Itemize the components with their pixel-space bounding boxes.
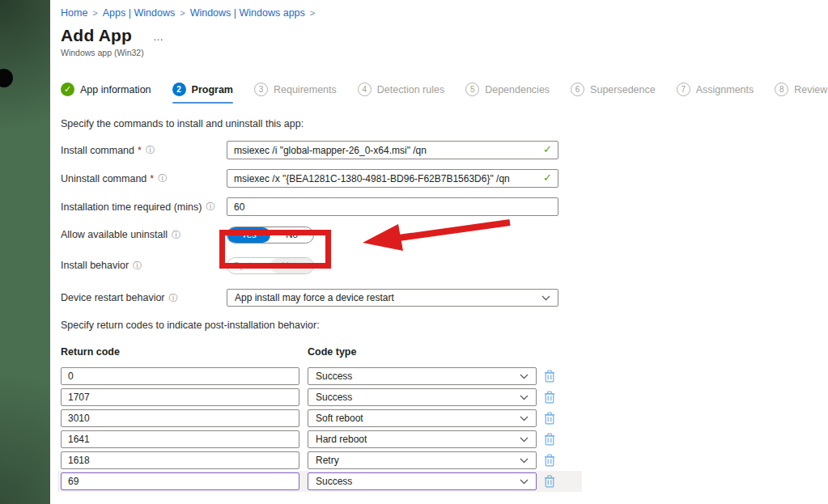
device-restart-label: Device restart behavior ⓘ (61, 292, 227, 304)
allow-uninstall-no[interactable]: No (270, 227, 313, 243)
delete-row-icon[interactable] (544, 391, 555, 404)
step-number: 4 (358, 83, 372, 96)
left-nav-strip (0, 0, 50, 504)
return-codes-intro-text: Specify return codes to indicate post-in… (61, 320, 828, 331)
chevron-down-icon (520, 458, 529, 464)
device-restart-row: Device restart behavior ⓘ App install ma… (61, 289, 828, 307)
step-supersedence[interactable]: 6 Supersedence (571, 83, 656, 96)
breadcrumb-separator: > (92, 8, 97, 18)
breadcrumb-apps-windows[interactable]: Apps | Windows (103, 7, 175, 19)
step-label: Requirements (274, 84, 337, 95)
uninstall-command-label: Uninstall command * ⓘ (61, 172, 227, 184)
return-code-input[interactable] (61, 409, 299, 427)
install-command-input[interactable] (227, 141, 558, 159)
valid-check-icon: ✓ (543, 143, 552, 155)
chevron-down-icon (520, 395, 529, 400)
delete-row-icon[interactable] (544, 412, 555, 425)
valid-check-icon: ✓ (543, 172, 552, 184)
chevron-down-icon (520, 416, 529, 421)
chevron-down-icon (520, 374, 529, 379)
delete-row-icon[interactable] (544, 433, 555, 446)
install-behavior-label: Install behavior ⓘ (61, 260, 227, 272)
required-asterisk: * (150, 173, 154, 184)
step-complete-check-icon: ✓ (61, 83, 74, 96)
install-behavior-user[interactable]: User (270, 258, 313, 273)
step-app-information[interactable]: ✓ App information (61, 83, 151, 96)
step-number: 2 (172, 83, 186, 96)
return-code-input[interactable] (61, 451, 299, 469)
step-review-create[interactable]: 8 Review + create (775, 83, 828, 96)
install-behavior-row: Install behavior ⓘ System User (61, 256, 828, 274)
return-code-input[interactable] (61, 367, 299, 385)
delete-row-icon[interactable] (544, 454, 555, 467)
info-icon[interactable]: ⓘ (206, 201, 214, 213)
return-code-input[interactable] (61, 388, 299, 406)
info-icon[interactable]: ⓘ (146, 144, 155, 156)
install-behavior-system[interactable]: System (227, 258, 270, 273)
return-code-row: Success (57, 387, 582, 408)
step-program[interactable]: 2 Program (172, 83, 233, 96)
chevron-down-icon (520, 479, 529, 485)
info-icon[interactable]: ⓘ (169, 292, 178, 304)
return-code-input[interactable] (61, 430, 299, 448)
breadcrumb: Home > Apps | Windows > Windows | Window… (61, 7, 828, 19)
return-codes-table: Success Success Soft reboot (61, 366, 828, 492)
allow-uninstall-row: Allow available uninstall ⓘ Yes No (61, 226, 828, 244)
step-requirements[interactable]: 3 Requirements (254, 83, 337, 96)
step-number: 3 (254, 83, 268, 96)
code-type-dropdown[interactable]: Success (308, 472, 537, 490)
chevron-down-icon (541, 295, 550, 301)
step-label: Review + create (794, 84, 828, 95)
step-assignments[interactable]: 7 Assignments (677, 83, 754, 96)
code-type-dropdown[interactable]: Success (308, 367, 537, 385)
return-code-row: Soft reboot (57, 408, 582, 429)
code-type-dropdown[interactable]: Retry (308, 451, 537, 469)
chevron-down-icon (520, 437, 529, 443)
info-icon[interactable]: ⓘ (158, 172, 167, 184)
step-dependencies[interactable]: 5 Dependencies (465, 83, 550, 96)
return-codes-headers: Return code Code type (61, 346, 828, 358)
install-time-label: Installation time required (mins) ⓘ (61, 201, 227, 213)
install-time-input[interactable] (227, 197, 558, 216)
device-restart-dropdown[interactable]: App install may force a device restart (227, 289, 558, 307)
return-code-row: Hard reboot (57, 429, 582, 450)
main-pane: Home > Apps | Windows > Windows | Window… (50, 0, 828, 504)
cursor-dot (0, 69, 13, 87)
step-number: 8 (775, 83, 788, 96)
code-type-header: Code type (308, 346, 356, 358)
required-asterisk: * (138, 145, 142, 156)
step-label: Dependencies (485, 84, 550, 95)
return-code-row: Retry (57, 450, 582, 471)
delete-row-icon[interactable] (544, 370, 555, 383)
breadcrumb-home[interactable]: Home (61, 7, 87, 19)
breadcrumb-windows-apps[interactable]: Windows | Windows apps (190, 7, 305, 19)
install-behavior-toggle: System User (227, 257, 314, 274)
allow-uninstall-label: Allow available uninstall ⓘ (61, 229, 227, 241)
step-label: Supersedence (590, 84, 656, 95)
install-command-label: Install command * ⓘ (61, 144, 227, 156)
breadcrumb-separator: > (180, 8, 185, 18)
info-icon[interactable]: ⓘ (133, 260, 142, 272)
context-menu-icon[interactable]: … (153, 31, 164, 43)
code-type-dropdown[interactable]: Success (308, 388, 537, 406)
uninstall-command-input[interactable] (227, 169, 558, 188)
step-label: App information (80, 84, 151, 95)
return-code-header: Return code (61, 346, 308, 358)
step-number: 5 (465, 83, 479, 96)
wizard-steps: ✓ App information 2 Program 3 Requiremen… (61, 83, 828, 96)
allow-uninstall-yes[interactable]: Yes (227, 227, 270, 243)
allow-uninstall-toggle: Yes No (227, 227, 314, 244)
code-type-dropdown[interactable]: Hard reboot (308, 430, 537, 448)
page-subtitle: Windows app (Win32) (61, 48, 828, 57)
step-number: 6 (571, 83, 584, 96)
step-label: Program (192, 84, 233, 95)
step-number: 7 (677, 83, 690, 96)
commands-intro-text: Specify the commands to install and unin… (61, 118, 828, 129)
return-code-input[interactable] (61, 472, 299, 490)
step-detection-rules[interactable]: 4 Detection rules (358, 83, 444, 96)
install-command-row: Install command * ⓘ ✓ (61, 141, 828, 159)
delete-row-icon[interactable] (544, 475, 555, 488)
step-label: Assignments (696, 84, 754, 95)
info-icon[interactable]: ⓘ (172, 229, 180, 241)
code-type-dropdown[interactable]: Soft reboot (308, 409, 537, 427)
